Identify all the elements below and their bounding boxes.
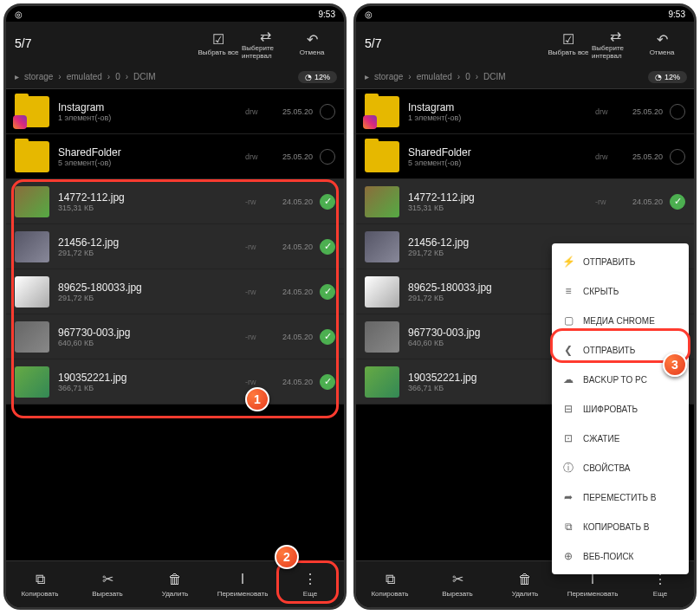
scissors-icon: ✂: [452, 571, 463, 587]
delete-button[interactable]: 🗑Удалить: [491, 561, 559, 607]
menu-hide[interactable]: ≡СКРЫТЬ: [552, 276, 689, 306]
folder-row[interactable]: SharedFolder5 элемент(-ов) drw 25.05.20: [356, 134, 694, 179]
menu-compress[interactable]: ⊡СЖАТИЕ: [552, 424, 689, 453]
folder-row[interactable]: Instagram1 элемент(-ов) drw 25.05.20: [6, 89, 344, 134]
thumbnail: [365, 276, 399, 308]
checkbox-checked[interactable]: ✓: [320, 374, 335, 390]
interval-button[interactable]: ⇄Выберите интервал: [592, 27, 638, 60]
file-row[interactable]: 21456-12.jpg291,72 КБ -rw 24.05.20 ✓: [6, 224, 344, 269]
checkbox-checked[interactable]: ✓: [320, 329, 335, 345]
menu-copy-to[interactable]: ⧉КОПИРОВАТЬ В: [552, 512, 689, 541]
archive-icon: ⊡: [562, 432, 574, 444]
checkbox-icon: ☑: [212, 31, 224, 49]
instagram-badge-icon: [363, 115, 377, 129]
folder-icon: [365, 96, 399, 127]
folder-icon: [15, 141, 49, 172]
lock-icon: ⊟: [562, 403, 574, 415]
copy-icon: ⧉: [562, 521, 574, 533]
thumbnail: [365, 186, 399, 217]
camera-icon: ◎: [15, 10, 23, 19]
interval-icon: ⇄: [260, 27, 271, 44]
checkbox-checked[interactable]: ✓: [320, 239, 335, 255]
thumbnail: [15, 231, 49, 262]
menu-encrypt[interactable]: ⊟ШИФРОВАТЬ: [552, 394, 689, 424]
info-icon: ⓘ: [562, 461, 574, 476]
camera-icon: ◎: [365, 10, 373, 19]
cancel-button[interactable]: ↶Отмена: [288, 31, 335, 56]
rename-button[interactable]: IПереименовать: [209, 561, 276, 607]
top-bar: 5/7 ☑Выбрать все ⇄Выберите интервал ↶Отм…: [6, 22, 344, 65]
file-list[interactable]: Instagram1 элемент(-ов) drw 25.05.20 Sha…: [6, 89, 344, 566]
status-time: 9:53: [319, 10, 335, 19]
undo-icon: ↶: [657, 31, 668, 49]
trash-icon: 🗑: [168, 572, 182, 587]
copy-icon: ⧉: [36, 572, 45, 587]
cursor-icon: I: [241, 572, 244, 587]
thumbnail: [15, 276, 49, 308]
storage-indicator[interactable]: ◔12%: [648, 71, 687, 83]
folder-row[interactable]: SharedFolder5 элемент(-ов) drw 25.05.20: [6, 134, 344, 179]
folder-row[interactable]: Instagram1 элемент(-ов) drw 25.05.20: [356, 89, 694, 134]
cancel-button[interactable]: ↶Отмена: [638, 31, 685, 56]
checkbox-checked[interactable]: ✓: [320, 194, 335, 210]
file-row[interactable]: 89625-180033.jpg291,72 КБ -rw 24.05.20 ✓: [6, 269, 344, 314]
checkbox[interactable]: [670, 104, 685, 120]
checkbox[interactable]: [670, 149, 685, 165]
menu-websearch[interactable]: ⊕ВЕБ-ПОИСК: [552, 541, 689, 571]
sd-icon: ▸: [363, 72, 371, 81]
context-menu: ⚡ОТПРАВИТЬ ≡СКРЫТЬ ▢МЕДИА CHROME ❮ОТПРАВ…: [552, 243, 689, 574]
pie-icon: ◔: [305, 73, 312, 81]
cut-button[interactable]: ✂Вырезать: [424, 561, 491, 607]
selection-count: 5/7: [365, 36, 545, 50]
thumbnail: [15, 186, 49, 217]
select-all-button[interactable]: ☑Выбрать все: [545, 31, 592, 56]
cloud-icon: ☁: [562, 373, 574, 385]
copy-button[interactable]: ⧉Копировать: [356, 561, 424, 607]
bolt-icon: ⚡: [562, 256, 574, 268]
breadcrumb[interactable]: ▸ storage› emulated› 0› DCIM ◔12%: [356, 65, 694, 89]
phone-left: ◎ 9:53 5/7 ☑Выбрать все ⇄Выберите интерв…: [3, 3, 347, 610]
list-icon: ≡: [562, 285, 574, 297]
thumbnail: [365, 231, 399, 262]
storage-indicator[interactable]: ◔12%: [298, 71, 337, 83]
globe-icon: ⊕: [562, 550, 574, 562]
breadcrumb[interactable]: ▸ storage› emulated› 0› DCIM ◔12%: [6, 65, 344, 89]
copy-button[interactable]: ⧉Копировать: [6, 561, 74, 607]
file-row[interactable]: 14772-112.jpg315,31 КБ -rw 24.05.20 ✓: [356, 179, 694, 224]
status-bar: ◎ 9:53: [6, 6, 344, 22]
status-time: 9:53: [669, 10, 685, 19]
select-all-button[interactable]: ☑Выбрать все: [195, 31, 242, 56]
menu-chrome[interactable]: ▢МЕДИА CHROME: [552, 306, 689, 335]
copy-icon: ⧉: [386, 572, 395, 587]
scissors-icon: ✂: [102, 571, 113, 587]
undo-icon: ↶: [307, 31, 318, 49]
step-badge-3: 3: [663, 353, 687, 377]
cut-button[interactable]: ✂Вырезать: [74, 561, 141, 607]
pie-icon: ◔: [655, 73, 662, 81]
checkbox[interactable]: [320, 104, 335, 120]
folder-icon: [15, 96, 49, 127]
interval-button[interactable]: ⇄Выберите интервал: [242, 27, 288, 60]
top-bar: 5/7 ☑Выбрать все ⇄Выберите интервал ↶Отм…: [356, 22, 694, 65]
phone-right: ◎ 9:53 5/7 ☑Выбрать все ⇄Выберите интерв…: [353, 3, 697, 610]
thumbnail: [15, 321, 49, 353]
bottom-bar: ⧉Копировать ✂Вырезать 🗑Удалить IПереимен…: [6, 560, 344, 607]
interval-icon: ⇄: [610, 27, 621, 44]
thumbnail: [365, 366, 399, 398]
menu-send-fast[interactable]: ⚡ОТПРАВИТЬ: [552, 247, 689, 276]
delete-button[interactable]: 🗑Удалить: [141, 561, 209, 607]
file-row[interactable]: 190352221.jpg366,71 КБ -rw 24.05.20 ✓: [6, 359, 344, 405]
trash-icon: 🗑: [518, 572, 532, 587]
checkbox-checked[interactable]: ✓: [670, 194, 685, 210]
cast-icon: ▢: [562, 314, 574, 327]
step-badge-2: 2: [275, 545, 299, 569]
file-row[interactable]: 967730-003.jpg640,60 КБ -rw 24.05.20 ✓: [6, 314, 344, 359]
share-icon: ❮: [562, 344, 574, 356]
folder-icon: [365, 141, 399, 172]
checkbox-checked[interactable]: ✓: [320, 284, 335, 300]
menu-properties[interactable]: ⓘСВОЙСТВА: [552, 453, 689, 482]
file-row[interactable]: 14772-112.jpg315,31 КБ -rw 24.05.20 ✓: [6, 179, 344, 224]
checkbox[interactable]: [320, 149, 335, 165]
menu-move[interactable]: ➦ПЕРЕМЕСТИТЬ В: [552, 482, 689, 512]
more-icon: ⋮: [303, 571, 317, 587]
